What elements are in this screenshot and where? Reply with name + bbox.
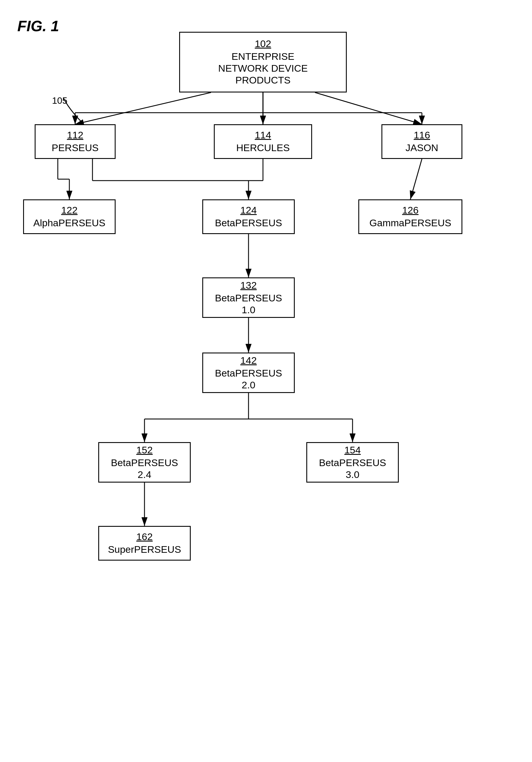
node-142: 142 BetaPERSEUS 2.0	[202, 352, 295, 393]
node-122: 122 AlphaPERSEUS	[23, 199, 115, 234]
node-152: 152 BetaPERSEUS 2.4	[98, 442, 191, 483]
node-126-id: 126	[402, 204, 419, 216]
node-152-label: BetaPERSEUS 2.4	[111, 457, 178, 481]
node-116-id: 116	[414, 129, 430, 141]
svg-line-16	[410, 159, 422, 199]
node-126: 126 GammaPERSEUS	[358, 199, 462, 234]
node-152-id: 152	[136, 444, 153, 456]
ref-105-label: 105	[52, 95, 67, 106]
figure-label: FIG. 1	[17, 17, 59, 35]
node-116: 116 JASON	[381, 124, 462, 159]
node-132-label: BetaPERSEUS 1.0	[215, 292, 282, 316]
svg-line-1	[75, 93, 211, 124]
node-114-label: HERCULES	[236, 142, 289, 154]
node-154-id: 154	[344, 444, 361, 456]
node-122-label: AlphaPERSEUS	[33, 217, 105, 229]
node-142-id: 142	[240, 355, 257, 366]
node-102: 102 ENTERPRISE NETWORK DEVICE PRODUCTS	[179, 32, 347, 93]
node-102-label: ENTERPRISE NETWORK DEVICE PRODUCTS	[218, 50, 308, 86]
node-122-id: 122	[61, 204, 78, 216]
node-102-id: 102	[255, 38, 271, 49]
node-162-label: SuperPERSEUS	[108, 544, 181, 555]
node-142-label: BetaPERSEUS 2.0	[215, 367, 282, 391]
node-132-id: 132	[240, 280, 257, 291]
node-132: 132 BetaPERSEUS 1.0	[202, 277, 295, 318]
node-162: 162 SuperPERSEUS	[98, 526, 191, 561]
node-124: 124 BetaPERSEUS	[202, 199, 295, 234]
node-162-id: 162	[136, 531, 153, 542]
node-126-label: GammaPERSEUS	[369, 217, 451, 229]
node-124-label: BetaPERSEUS	[215, 217, 282, 229]
node-154-label: BetaPERSEUS 3.0	[319, 457, 386, 481]
svg-line-3	[315, 93, 422, 124]
node-116-label: JASON	[406, 142, 438, 154]
node-114-id: 114	[255, 129, 271, 141]
node-112: 112 PERSEUS	[35, 124, 115, 159]
node-112-label: PERSEUS	[52, 142, 99, 154]
node-114: 114 HERCULES	[214, 124, 312, 159]
node-124-id: 124	[240, 204, 257, 216]
node-154: 154 BetaPERSEUS 3.0	[306, 442, 399, 483]
node-112-id: 112	[67, 129, 84, 141]
